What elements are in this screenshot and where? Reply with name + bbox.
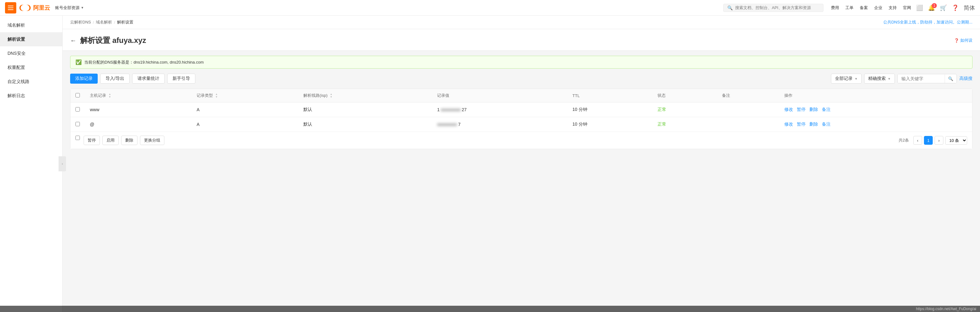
- cart-icon[interactable]: 🛒: [940, 5, 947, 11]
- breadcrumb-link-domain[interactable]: 域名解析: [96, 19, 112, 25]
- remark-link-0[interactable]: 备注: [822, 107, 830, 113]
- breadcrumb-current: 解析设置: [117, 19, 134, 25]
- search-type-filter[interactable]: 精确搜索 ▼: [864, 73, 895, 84]
- stats-button[interactable]: 请求量统计: [132, 73, 165, 84]
- page-size-select[interactable]: 10 条: [945, 136, 967, 145]
- sort-icon[interactable]: ▲▼: [109, 93, 111, 99]
- row-checkbox[interactable]: [75, 107, 80, 111]
- batch-pause-button[interactable]: 暂停: [84, 135, 100, 145]
- logo-text: 阿里云: [33, 4, 50, 11]
- prev-page-button[interactable]: ‹: [913, 136, 922, 145]
- bottom-toolbar: 暂停 启用 删除 更换分组 共2条 ‹ 1 › 10 条: [70, 132, 972, 149]
- svg-rect-0: [19, 3, 31, 12]
- breadcrumb-link-cloud-dns[interactable]: 云解析DNS: [70, 19, 91, 25]
- modify-link-0[interactable]: 修改: [784, 107, 793, 113]
- col-type: 记录类型 ▲▼: [192, 89, 298, 102]
- sidebar-item-dns-security[interactable]: DNS安全: [0, 46, 62, 60]
- col-status: 状态: [652, 89, 717, 102]
- row-checkbox-cell: [70, 117, 85, 132]
- keyword-input[interactable]: [898, 74, 945, 83]
- col-line: 解析线路(isp) ▲▼: [298, 89, 432, 102]
- chevron-down-icon: ▼: [888, 77, 891, 81]
- row-host: www: [85, 102, 192, 117]
- row-ttl: 10 分钟: [567, 102, 652, 117]
- col-value: 记录值: [432, 89, 567, 102]
- row-ttl: 10 分钟: [567, 117, 652, 132]
- col-host: 主机记录 ▲▼: [85, 89, 192, 102]
- screen-icon[interactable]: ⬜: [916, 5, 923, 11]
- nav-item-cost[interactable]: 费用: [831, 5, 839, 11]
- logo: 阿里云: [19, 3, 50, 12]
- batch-enable-button[interactable]: 启用: [102, 135, 119, 145]
- nav-item-ticket[interactable]: 工单: [845, 5, 854, 11]
- back-button[interactable]: ←: [70, 37, 76, 44]
- row-line: 默认: [298, 102, 432, 117]
- row-checkbox[interactable]: [75, 122, 80, 126]
- row-actions: 修改 暂停 删除 备注: [779, 117, 972, 132]
- pause-link-1[interactable]: 暂停: [797, 121, 806, 127]
- sidebar-item-domain[interactable]: 域名解析: [0, 18, 62, 32]
- row-checkbox-cell: [70, 102, 85, 117]
- status-badge: 正常: [657, 107, 666, 112]
- sort-icon[interactable]: ▲▼: [330, 93, 332, 99]
- nav-item-official[interactable]: 官网: [903, 5, 911, 11]
- nav-item-enterprise[interactable]: 企业: [874, 5, 882, 11]
- delete-link-1[interactable]: 删除: [809, 121, 818, 127]
- advanced-search-link[interactable]: 高级搜: [959, 76, 972, 81]
- records-table: 主机记录 ▲▼ 记录类型 ▲▼ 解析线路(isp) ▲▼ 记录值 TTL: [70, 89, 972, 132]
- col-type-label: 记录类型: [197, 93, 213, 98]
- question-circle-icon: ❓: [954, 38, 959, 43]
- bell-icon[interactable]: 🔔1: [928, 5, 935, 11]
- header-icon-group: ⬜ 🔔1 🛒 ❓ 简体: [916, 4, 975, 11]
- page-header: ← 解析设置 afuya.xyz ❓ 如何设: [63, 29, 980, 51]
- nav-item-support[interactable]: 支持: [889, 5, 897, 11]
- pagination: 共2条 ‹ 1 › 10 条: [899, 136, 967, 145]
- bottom-select-all-checkbox[interactable]: [75, 135, 80, 140]
- sidebar-item-log[interactable]: 解析日志: [0, 89, 62, 103]
- row-host: @: [85, 117, 192, 132]
- pause-link-0[interactable]: 暂停: [797, 107, 806, 113]
- col-line-label: 解析线路(isp): [303, 93, 328, 98]
- sort-icon[interactable]: ▲▼: [215, 93, 218, 99]
- account-selector[interactable]: 账号全部资源 ▼: [55, 5, 84, 11]
- status-url: https://blog.csdn.net/Awt_FuDong/ai: [916, 307, 976, 311]
- language-icon[interactable]: 简体: [964, 4, 975, 11]
- row-remark: [717, 102, 779, 117]
- search-button[interactable]: 🔍: [945, 75, 956, 83]
- modify-link-1[interactable]: 修改: [784, 121, 793, 127]
- guide-button[interactable]: 新手引导: [167, 73, 196, 84]
- pagination-total: 共2条: [899, 137, 909, 143]
- dns-notice-text: 当前分配的DNS服务器是：dns19.hichina.com, dns20.hi…: [84, 59, 204, 65]
- search-icon: 🔍: [727, 5, 733, 10]
- next-page-button[interactable]: ›: [935, 136, 943, 145]
- toolbar-right: 全部记录 ▼ 精确搜索 ▼ 🔍 高级搜: [831, 73, 972, 84]
- col-ttl: TTL: [567, 89, 652, 102]
- add-record-button[interactable]: 添加记录: [70, 73, 98, 84]
- select-all-checkbox[interactable]: [75, 93, 80, 97]
- main-content: 云解析DNS / 域名解析 / 解析设置 公共DNS全新上线，防劫持，加速访问。…: [63, 16, 980, 312]
- batch-action-group: 暂停 启用 删除 更换分组: [75, 135, 164, 145]
- help-link[interactable]: ❓ 如何设: [954, 38, 972, 43]
- public-dns-notice[interactable]: 公共DNS全新上线，防劫持，加速访问。公测期...: [883, 19, 972, 25]
- remark-link-1[interactable]: 备注: [822, 121, 830, 127]
- check-circle-icon: ✅: [75, 59, 82, 65]
- sidebar-item-custom-line[interactable]: 自定义线路: [0, 75, 62, 89]
- row-type: A: [192, 117, 298, 132]
- breadcrumb-bar: 云解析DNS / 域名解析 / 解析设置 公共DNS全新上线，防劫持，加速访问。…: [63, 16, 980, 29]
- page-1-button[interactable]: 1: [924, 136, 933, 145]
- import-export-button[interactable]: 导入/导出: [100, 73, 130, 84]
- row-type: A: [192, 102, 298, 117]
- batch-change-group-button[interactable]: 更换分组: [140, 135, 164, 145]
- value-blurred: xxxxxxxxx: [437, 122, 457, 127]
- search-input[interactable]: [735, 5, 819, 10]
- sidebar-item-weight[interactable]: 权重配置: [0, 60, 62, 75]
- record-type-filter[interactable]: 全部记录 ▼: [831, 73, 862, 84]
- sidebar-collapse-button[interactable]: ›: [59, 156, 66, 171]
- help-icon[interactable]: ❓: [952, 5, 959, 11]
- menu-toggle-button[interactable]: [5, 2, 16, 13]
- nav-item-beian[interactable]: 备案: [860, 5, 868, 11]
- batch-delete-button[interactable]: 删除: [121, 135, 137, 145]
- sidebar-item-dns-settings[interactable]: 解析设置: [0, 32, 62, 46]
- delete-link-0[interactable]: 删除: [809, 107, 818, 113]
- keyword-search-box: 🔍: [897, 74, 957, 83]
